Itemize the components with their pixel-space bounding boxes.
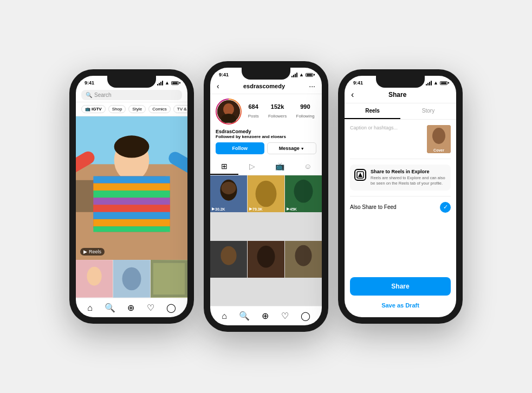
avatar-image (217, 100, 240, 123)
time-2: 9:41 (219, 72, 229, 77)
notch-2 (242, 68, 290, 80)
avatar-svg (217, 100, 240, 123)
followers-count: 152k (268, 103, 287, 110)
thumb-svg-2 (113, 260, 150, 298)
p2-header: ‹ esdrascomedy ··· (210, 80, 322, 94)
grid-count-1: ▶ 30.2K (212, 207, 225, 211)
grid-count-3: ▶ 45K (287, 207, 297, 211)
p2-profile-section: 684 Posts 152k Followers 990 Following (210, 94, 322, 129)
p2-tab-bar: ⊞ ▷ 📺 ☺ (210, 159, 322, 175)
share-title: Share (388, 91, 406, 99)
dropdown-icon: ▼ (301, 147, 304, 150)
search-bar[interactable]: 🔍 Search (81, 90, 182, 100)
svg-point-41 (432, 128, 445, 144)
nav-heart-icon[interactable]: ♡ (147, 303, 154, 313)
grid-cell-5 (248, 241, 284, 278)
p2-nav-profile[interactable]: ◯ (301, 311, 310, 321)
nav-add-icon[interactable]: ⊕ (127, 303, 134, 313)
p2-nav-add[interactable]: ⊕ (262, 311, 269, 321)
explore-desc: Reels are shared to Explore and can also… (371, 175, 446, 186)
category-tv[interactable]: TV & Movie (173, 105, 187, 113)
tab-grid[interactable]: ⊞ (210, 159, 238, 175)
grid-cell-3: ▶ 45K (285, 175, 322, 212)
p1-thumbnails (76, 260, 187, 298)
follow-button[interactable]: Follow (216, 142, 264, 154)
caption-input[interactable]: Caption or hashtags... (350, 125, 423, 130)
more-icon[interactable]: ··· (309, 82, 315, 90)
phone-3-screen: 9:41 ▲ ‹ Share Reels Story (345, 76, 456, 317)
wifi-icon-3: ▲ (433, 80, 438, 86)
nav-home-icon[interactable]: ⌂ (87, 303, 93, 313)
battery-icon-2 (306, 73, 313, 77)
status-icons-1: ▲ (157, 80, 179, 86)
explore-title: Share to Reels in Explore (371, 169, 446, 174)
thumbnail-2 (113, 260, 150, 298)
posts-label: Posts (248, 114, 259, 119)
signal-icon-3 (426, 81, 432, 86)
following-count: 990 (296, 103, 315, 110)
category-shop[interactable]: Shop (108, 105, 126, 113)
svg-rect-9 (93, 198, 170, 205)
phone-2-screen: 9:41 ▲ ‹ esdrascomedy ··· (210, 68, 322, 325)
followed-by: Followed by kenzoere and eloears (216, 134, 316, 139)
wifi-icon-1: ▲ (165, 80, 170, 86)
divider-1 (350, 159, 451, 159)
svg-rect-7 (93, 184, 170, 191)
back-icon-3[interactable]: ‹ (351, 90, 354, 100)
svg-rect-10 (93, 205, 170, 212)
categories-bar: 📺 IGTV Shop Style Comics TV & Movie (76, 102, 187, 116)
person-svg (76, 116, 187, 260)
svg-point-35 (220, 246, 236, 265)
tab-reels[interactable]: Reels (345, 103, 400, 119)
svg-point-31 (256, 181, 277, 207)
tab-igtv[interactable]: 📺 (266, 159, 294, 175)
phone-1: 9:41 ▲ 🔍 Search 📺 IGTV (69, 69, 194, 324)
category-igtv[interactable]: 📺 IGTV (81, 105, 106, 113)
bio-name: EsdrasComedy (216, 129, 316, 134)
grid-cell-2: ▶ 79.3K (248, 175, 284, 212)
divider-2 (350, 196, 451, 196)
p2-nav-heart[interactable]: ♡ (281, 311, 289, 321)
tab-tagged[interactable]: ☺ (294, 159, 322, 175)
reels-icon: ▶ (83, 249, 87, 254)
p3-bottom: Share Save as Draft (345, 277, 456, 317)
category-style[interactable]: Style (128, 105, 146, 113)
grid-cell-6 (285, 241, 322, 278)
avatar-inner (217, 100, 241, 123)
p2-nav-search[interactable]: 🔍 (239, 311, 250, 321)
svg-rect-13 (93, 226, 170, 232)
p3-header: ‹ Share (345, 88, 456, 103)
svg-rect-23 (153, 263, 185, 294)
share-button[interactable]: Share (350, 277, 451, 296)
tab-story[interactable]: Story (400, 103, 456, 119)
tab-reels[interactable]: ▷ (238, 159, 267, 175)
svg-point-39 (295, 245, 312, 266)
thumb-svg-1 (76, 260, 113, 298)
p3-tab-bar: Reels Story (345, 103, 456, 120)
grid-cell-4 (210, 241, 247, 278)
svg-marker-43 (358, 173, 362, 177)
profile-username: esdrascomedy (243, 83, 285, 89)
p2-nav-home[interactable]: ⌂ (222, 311, 227, 321)
svg-rect-12 (93, 219, 170, 226)
p2-action-buttons: Follow Message ▼ (210, 142, 322, 159)
nav-profile-icon[interactable]: ◯ (166, 303, 176, 313)
message-button[interactable]: Message ▼ (267, 142, 317, 154)
grid-cell-1: ▶ 30.2K (210, 175, 247, 212)
p2-nav: ⌂ 🔍 ⊕ ♡ ◯ (210, 306, 322, 325)
feed-toggle[interactable]: ✓ (440, 202, 451, 213)
explore-svg (356, 171, 364, 179)
category-comics[interactable]: Comics (148, 105, 171, 113)
grid-svg-6 (285, 241, 322, 278)
svg-rect-6 (93, 176, 170, 183)
p1-nav: ⌂ 🔍 ⊕ ♡ ◯ (76, 298, 187, 317)
posts-stat: 684 Posts (248, 103, 259, 120)
nav-search-icon[interactable]: 🔍 (105, 303, 115, 313)
save-draft-button[interactable]: Save as Draft (350, 300, 451, 311)
back-icon-2[interactable]: ‹ (217, 82, 219, 90)
person-image (76, 116, 187, 260)
grid-svg-5 (248, 241, 284, 278)
svg-point-25 (223, 103, 234, 115)
phones-container: 9:41 ▲ 🔍 Search 📺 IGTV (59, 50, 473, 343)
time-3: 9:41 (353, 80, 363, 86)
